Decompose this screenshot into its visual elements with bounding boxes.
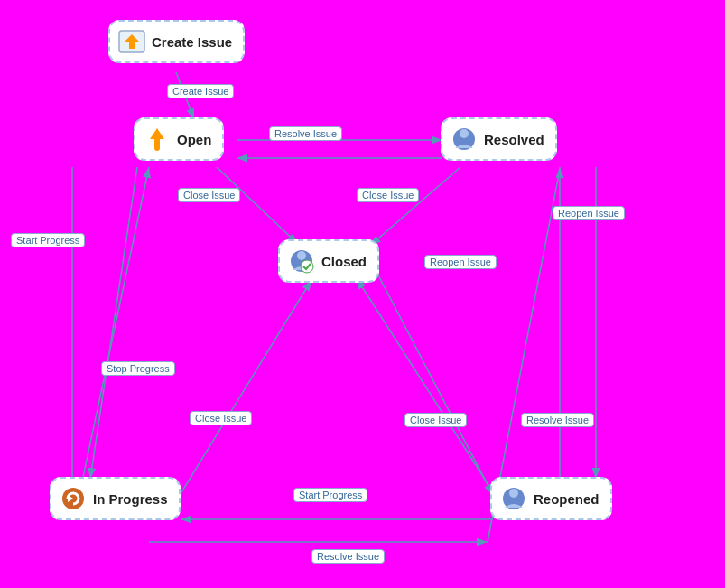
resolved-icon <box>450 125 479 154</box>
svg-line-11 <box>176 280 311 501</box>
svg-line-6 <box>370 167 460 246</box>
svg-point-23 <box>154 145 160 151</box>
node-resolved: Resolved <box>441 117 557 161</box>
reopened-icon <box>499 484 528 513</box>
node-create-issue: Create Issue <box>108 20 245 63</box>
svg-point-32 <box>509 489 518 498</box>
svg-line-9 <box>90 167 137 479</box>
inprogress-label: In Progress <box>93 491 168 507</box>
svg-rect-20 <box>129 42 135 49</box>
svg-point-25 <box>460 129 469 138</box>
svg-marker-21 <box>150 128 164 139</box>
svg-line-8 <box>375 268 493 495</box>
edge-label-resolve-issue-1: Resolve Issue <box>269 126 342 141</box>
edge-label-resolve-issue-3: Resolve Issue <box>311 549 385 564</box>
svg-line-5 <box>217 167 298 244</box>
svg-line-10 <box>83 167 149 477</box>
edge-label-close-issue-4: Close Issue <box>404 413 467 427</box>
node-reopened: Reopened <box>490 477 612 520</box>
closed-icon <box>287 247 316 275</box>
edge-label-close-issue-3: Close Issue <box>190 411 252 425</box>
edge-label-resolve-issue-2: Resolve Issue <box>521 413 594 427</box>
workflow-diagram: Create Issue Open Resolved Closed <box>0 0 725 588</box>
node-closed: Closed <box>278 239 379 283</box>
edge-label-start-progress-2: Start Progress <box>293 488 367 502</box>
edge-label-start-progress-1: Start Progress <box>11 233 85 247</box>
edge-label-stop-progress: Stop Progress <box>101 361 175 376</box>
inprogress-icon <box>59 484 88 513</box>
reopened-label: Reopened <box>534 491 600 507</box>
edge-label-reopen-issue-1: Reopen Issue <box>553 206 625 220</box>
edge-label-create-issue: Create Issue <box>167 84 234 98</box>
create-issue-icon <box>117 27 146 56</box>
edge-label-close-issue-2: Close Issue <box>357 188 419 202</box>
svg-point-28 <box>301 260 313 273</box>
node-inprogress: In Progress <box>50 477 181 520</box>
edge-label-close-issue-1: Close Issue <box>178 188 240 202</box>
create-issue-label: Create Issue <box>152 34 232 50</box>
edge-label-reopen-issue-2: Reopen Issue <box>424 255 497 269</box>
closed-label: Closed <box>321 254 367 269</box>
svg-point-27 <box>297 251 306 260</box>
open-icon <box>143 125 172 154</box>
resolved-label: Resolved <box>484 132 544 147</box>
node-open: Open <box>134 117 224 161</box>
svg-line-12 <box>357 278 495 495</box>
open-label: Open <box>177 132 211 147</box>
